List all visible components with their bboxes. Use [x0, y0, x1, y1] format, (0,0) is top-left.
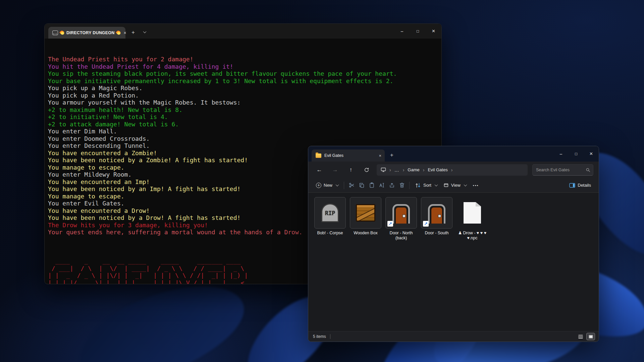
- breadcrumb-separator: ›: [403, 167, 405, 173]
- file-item-label: ♟ Drow - ♥ ♥ ♥ ♥.npc: [454, 231, 490, 241]
- terminal-line: You sip the steaming black potion, its s…: [48, 70, 441, 77]
- cut-icon: [349, 182, 355, 188]
- explorer-tab-close-icon[interactable]: ×: [379, 153, 381, 158]
- maximize-button[interactable]: □: [569, 146, 584, 162]
- search-input[interactable]: [536, 168, 586, 172]
- view-icon: [443, 183, 449, 188]
- door-icon: [428, 204, 445, 224]
- file-item-plate: [314, 197, 346, 229]
- explorer-tab[interactable]: Evil Gates ×: [312, 149, 385, 162]
- flame-icon: [116, 30, 121, 36]
- list-view-icon: [578, 335, 583, 339]
- explorer-tabbar[interactable]: Evil Gates × + − □ ×: [308, 146, 599, 162]
- terminal-window-controls: − □ ×: [394, 24, 441, 39]
- explorer-tab-title: Evil Gates: [324, 153, 376, 158]
- minimize-button[interactable]: −: [553, 146, 569, 162]
- copy-button[interactable]: [357, 180, 367, 191]
- paste-icon: [369, 182, 375, 188]
- terminal-line: Your base initiative permanently increas…: [48, 77, 441, 85]
- terminal-line: You hit the Undead Priest for 4 damage, …: [48, 63, 441, 70]
- new-button[interactable]: + New: [313, 180, 341, 191]
- command-prompt-icon: [52, 31, 58, 35]
- maximize-button[interactable]: □: [410, 24, 426, 39]
- rename-icon: [379, 182, 385, 188]
- terminal-line: You pick up a Magic Robes.: [48, 84, 441, 92]
- terminal-line: +2 to maximum health! New total is 8.: [48, 106, 441, 114]
- trash-icon: [399, 182, 405, 188]
- cut-button[interactable]: [346, 180, 357, 191]
- file-item[interactable]: Wooden Box: [350, 197, 381, 236]
- delete-button[interactable]: [397, 180, 407, 191]
- explorer-navbar: ← → ↑ › … › Game › Evil Gates ›: [308, 162, 599, 178]
- breadcrumb-separator: ›: [389, 167, 391, 173]
- sort-button[interactable]: Sort: [412, 180, 440, 191]
- view-button[interactable]: View: [440, 180, 470, 191]
- close-button[interactable]: ×: [584, 146, 599, 162]
- file-item-label: Door - North (back): [383, 231, 419, 241]
- details-view-toggle[interactable]: [577, 333, 585, 340]
- file-item-label: Bob! - Corpse: [312, 231, 348, 236]
- view-button-label: View: [451, 183, 461, 188]
- shortcut-arrow-icon: [423, 221, 429, 227]
- breadcrumb-separator: ›: [423, 167, 425, 173]
- file-item-label: Door - South: [419, 231, 454, 236]
- terminal-tab-dropdown-icon[interactable]: [142, 28, 146, 35]
- share-icon: [389, 182, 395, 188]
- thumbnail-view-icon: [589, 335, 593, 339]
- terminal-line: You armour yourself with the Magic Robes…: [48, 99, 441, 106]
- search-box[interactable]: [532, 164, 593, 176]
- folder-icon: [316, 154, 321, 158]
- toolbar-divider: [409, 182, 410, 189]
- file-item[interactable]: ♟ Drow - ♥ ♥ ♥ ♥.npc: [457, 197, 488, 241]
- explorer-toolbar: + New: [308, 178, 599, 193]
- explorer-statusbar: 5 items: [308, 331, 599, 342]
- file-item[interactable]: Door - North (back): [385, 197, 417, 241]
- share-button[interactable]: [387, 180, 397, 191]
- file-item-plate: [350, 197, 381, 229]
- minimize-button[interactable]: −: [394, 24, 410, 39]
- details-pane-icon: [569, 183, 575, 188]
- back-button[interactable]: ←: [314, 165, 325, 175]
- chevron-down-icon: [464, 183, 467, 186]
- file-item[interactable]: Door - South: [421, 197, 452, 236]
- breadcrumb-item-evil-gates[interactable]: Evil Gates: [428, 167, 447, 172]
- file-grid[interactable]: Bob! - CorpseWooden BoxDoor - North (bac…: [308, 193, 599, 331]
- terminal-tab[interactable]: DIRECTORY DUNGEON ×: [48, 27, 125, 39]
- new-button-label: New: [324, 183, 332, 188]
- terminal-tab-close-icon[interactable]: ×: [123, 30, 127, 36]
- terminal-titlebar[interactable]: DIRECTORY DUNGEON × + − □ ×: [45, 24, 441, 39]
- search-icon: [586, 168, 590, 172]
- refresh-icon: [364, 167, 369, 173]
- file-item[interactable]: Bob! - Corpse: [314, 197, 346, 236]
- file-item-plate: [457, 197, 488, 229]
- breadcrumb-ellipsis[interactable]: …: [394, 167, 399, 173]
- toolbar-overflow-button[interactable]: •••: [470, 183, 482, 187]
- flame-icon: [59, 30, 65, 36]
- explorer-new-tab-button[interactable]: +: [390, 152, 393, 159]
- statusbar-divider: [330, 334, 330, 339]
- breadcrumb-item-game[interactable]: Game: [408, 167, 419, 172]
- copy-icon: [359, 182, 365, 188]
- breadcrumb-separator: ›: [451, 167, 453, 173]
- close-button[interactable]: ×: [426, 24, 441, 39]
- this-pc-icon: [381, 167, 386, 172]
- details-button[interactable]: Details: [566, 180, 594, 191]
- rename-button[interactable]: [377, 180, 387, 191]
- terminal-new-tab-button[interactable]: +: [131, 29, 135, 36]
- terminal-tab-title: DIRECTORY DUNGEON: [66, 31, 114, 35]
- refresh-button[interactable]: [361, 165, 372, 175]
- file-explorer-window: Evil Gates × + − □ × ← → ↑ › … › Game › …: [308, 146, 599, 342]
- breadcrumb[interactable]: › … › Game › Evil Gates ›: [377, 164, 528, 176]
- terminal-line: You enter Doomed Crossroads.: [48, 135, 441, 142]
- explorer-window-controls: − □ ×: [553, 146, 599, 162]
- file-item-plate: [385, 197, 417, 229]
- desktop: { "palette": { "terminal_bg": "#0c0c0c",…: [0, 0, 644, 362]
- file-item-label: Wooden Box: [348, 231, 383, 236]
- large-icons-view-toggle[interactable]: [587, 333, 595, 340]
- chevron-down-icon: [336, 183, 339, 186]
- file-item-plate: [421, 197, 452, 229]
- paste-button[interactable]: [367, 180, 377, 191]
- details-button-label: Details: [578, 183, 591, 188]
- forward-button[interactable]: →: [329, 165, 341, 175]
- up-button[interactable]: ↑: [345, 165, 357, 175]
